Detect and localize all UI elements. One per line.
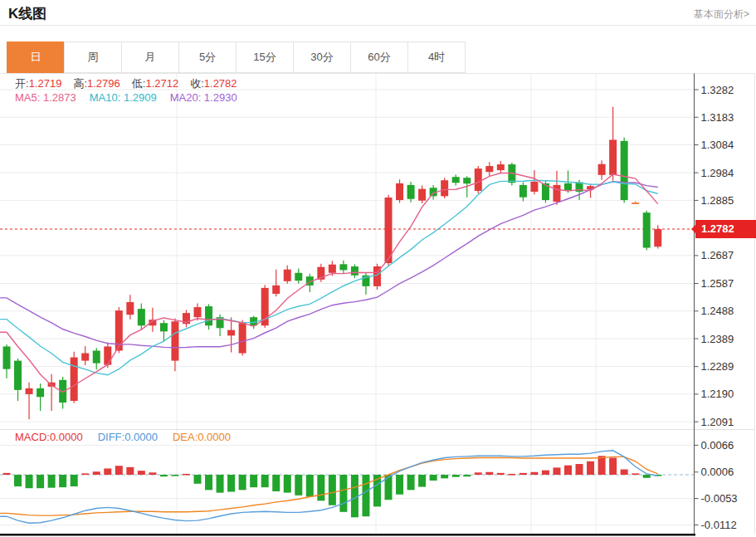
macd-bar — [621, 470, 628, 475]
macd-bar — [37, 475, 44, 488]
tab-period-4[interactable]: 15分 — [236, 41, 294, 73]
axis-tick-label: 1.2984 — [701, 167, 734, 179]
axis-tick-label: 0.0066 — [701, 439, 734, 452]
axis-tick-label: 1.3282 — [701, 84, 734, 96]
tab-period-0[interactable]: 日 — [7, 41, 65, 73]
macd-bar — [160, 475, 168, 476]
macd-bar — [564, 466, 572, 475]
tab-period-7[interactable]: 4时 — [407, 41, 466, 73]
candle-body — [3, 346, 11, 369]
axis-tick-label: 1.2190 — [701, 388, 734, 400]
low-value: 1.2712 — [145, 77, 178, 90]
candle-body — [609, 139, 617, 174]
axis-tick-label: 1.2687 — [701, 249, 734, 261]
macd-bar — [609, 457, 617, 475]
macd-bar — [508, 474, 515, 476]
dea-value-legend: DEA:0.0000 — [173, 431, 231, 443]
candle-body — [14, 361, 22, 390]
macd-bar — [329, 475, 336, 505]
macd-bar — [587, 461, 594, 475]
macd-bar — [171, 475, 178, 476]
candles — [3, 107, 662, 419]
macd-bar — [542, 471, 549, 475]
axis-tick-label: 1.2488 — [701, 305, 734, 317]
tab-period-3[interactable]: 5分 — [178, 41, 237, 73]
candle-body — [37, 388, 44, 397]
macd-bar — [396, 475, 403, 495]
candle-body — [295, 273, 302, 281]
macd-bar — [227, 475, 235, 492]
period-tabbar: 日周月5分15分30分60分4时 — [7, 41, 466, 73]
gridlines — [0, 74, 755, 535]
candle-body — [452, 177, 460, 183]
tab-period-5[interactable]: 30分 — [293, 41, 351, 73]
tab-period-2[interactable]: 月 — [121, 41, 179, 73]
candle-body — [407, 185, 415, 199]
page-header: K线图 基本面分析> — [0, 0, 756, 26]
tab-period-6[interactable]: 60分 — [350, 41, 408, 73]
axis-tick-label: 1.3084 — [701, 139, 734, 151]
macd-bar — [530, 472, 538, 475]
axis-tick-label: 1.2091 — [701, 416, 734, 428]
macd-bar — [485, 472, 493, 475]
macd-bar — [205, 475, 212, 490]
candle-body — [654, 229, 661, 247]
kline-page: 1.32821.31831.30841.29841.28851.26871.25… — [0, 0, 756, 537]
open-label: 开: — [15, 77, 29, 90]
ma10-line — [0, 180, 658, 374]
close-value: 1.2782 — [204, 77, 237, 90]
macd-bar — [519, 473, 527, 475]
candle-body — [530, 182, 538, 192]
macd-bar — [272, 475, 280, 491]
macd-bar — [339, 475, 347, 512]
candle-body — [26, 388, 33, 394]
macd-bar — [126, 467, 134, 475]
candle-body — [138, 309, 145, 325]
axis-tick-label: 1.2587 — [701, 277, 734, 290]
axis-tick-label: -0.0112 — [701, 519, 737, 531]
candle-body — [643, 212, 651, 247]
candle-body — [71, 358, 78, 401]
tab-period-1[interactable]: 周 — [64, 41, 122, 73]
macd-bar — [407, 475, 415, 490]
ohlc-legend: 开:1.2719高:1.2796低:1.2712收:1.2782 — [15, 76, 249, 91]
candle-body — [160, 323, 168, 331]
macd-bar — [138, 471, 145, 475]
candle-body — [396, 183, 403, 200]
candle-body — [632, 203, 639, 204]
candle-body — [93, 350, 100, 363]
diff-value-legend: DIFF:0.0000 — [98, 431, 158, 443]
candle-body — [104, 346, 111, 364]
high-label: 高: — [73, 77, 87, 90]
macd-bar — [497, 473, 505, 475]
fundamental-analysis-link[interactable]: 基本面分析> — [694, 7, 749, 22]
axis-tick-label: 1.3183 — [701, 111, 734, 124]
bottom-border — [0, 534, 695, 536]
macd-bar — [104, 468, 111, 475]
candle-body — [339, 264, 347, 270]
ma-legend: MA5: 1.2873MA10: 1.2909MA20: 1.2930 — [15, 91, 237, 104]
ma20-legend: MA20: 1.2930 — [170, 91, 237, 104]
macd-bar — [362, 475, 369, 516]
macd-bar — [475, 472, 482, 475]
macd-bar — [553, 467, 560, 475]
candle-body — [59, 380, 66, 403]
candle-body — [194, 307, 202, 317]
candle-body — [284, 270, 291, 281]
macd-bar — [239, 475, 246, 490]
current-price-badge: 1.2782 — [695, 220, 756, 238]
macd-bar — [3, 473, 11, 475]
macd-bar — [463, 475, 471, 476]
macd-bar — [115, 466, 123, 475]
macd-bar — [26, 475, 33, 488]
candle-body — [497, 164, 505, 170]
page-title: K线图 — [8, 4, 46, 23]
macd-bar — [183, 474, 190, 476]
macd-bar — [295, 475, 302, 496]
macd-bar — [632, 473, 639, 475]
candle-body — [227, 330, 235, 336]
macd-bar — [14, 475, 22, 486]
macd-bar — [441, 475, 448, 478]
macd-bar — [430, 475, 437, 481]
macd-bar — [81, 473, 89, 475]
